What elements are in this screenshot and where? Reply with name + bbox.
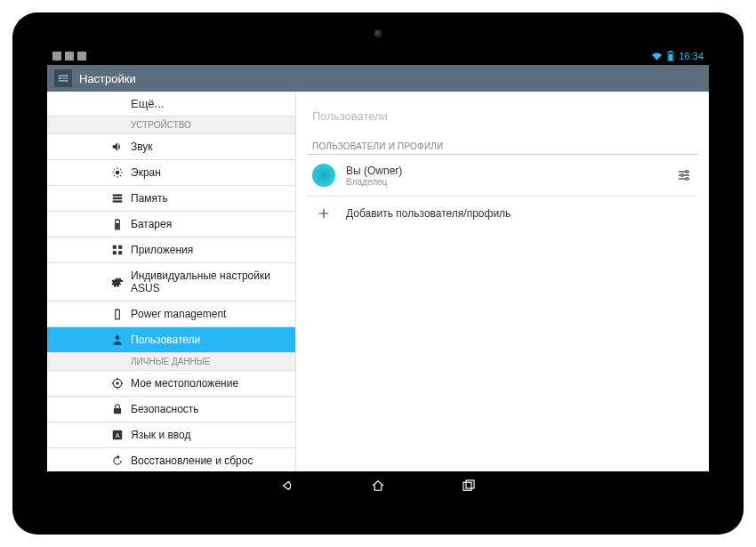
plus-icon: [312, 207, 335, 220]
backup-icon: [111, 454, 124, 467]
lock-icon: [111, 403, 124, 415]
svg-rect-26: [117, 309, 118, 310]
tablet-bezel-outer: 16:34 Настройки Ещё... УСТРОЙСТВО Звук: [12, 12, 744, 535]
svg-rect-22: [118, 245, 122, 249]
svg-point-27: [116, 335, 120, 340]
svg-rect-17: [113, 200, 123, 202]
svg-point-6: [116, 171, 120, 175]
svg-point-39: [686, 178, 688, 181]
notif-icon-2: [65, 52, 74, 60]
gear-icon: [111, 276, 124, 288]
home-button[interactable]: [368, 476, 388, 495]
add-user-button[interactable]: Добавить пользователя/профиль: [307, 197, 698, 230]
sidebar-label: Пользователи: [131, 334, 200, 346]
svg-rect-19: [117, 219, 118, 220]
sidebar-label: Power management: [131, 308, 226, 320]
clock: 16:34: [679, 51, 704, 61]
sidebar-label: Звук: [131, 141, 153, 153]
sidebar-item-asus[interactable]: Индивидуальные настройки ASUS: [47, 263, 295, 302]
page-title: Пользователи: [307, 106, 698, 139]
sidebar-item-lang[interactable]: A Язык и ввод: [47, 422, 295, 448]
svg-line-14: [120, 169, 121, 170]
battery-icon: [111, 218, 124, 230]
settings-app-icon[interactable]: [54, 69, 72, 87]
sidebar-label: Мое местоположение: [131, 377, 238, 390]
svg-line-13: [114, 175, 115, 176]
user-role: Владелец: [346, 177, 664, 187]
svg-point-4: [59, 77, 60, 79]
tablet-bezel-inner: 16:34 Настройки Ещё... УСТРОЙСТВО Звук: [15, 15, 741, 532]
display-icon: [111, 166, 124, 179]
power-icon: [111, 308, 124, 320]
sidebar-item-apps[interactable]: Приложения: [47, 237, 295, 263]
sidebar-label: Память: [131, 192, 168, 205]
sidebar-item-security[interactable]: Безопасность: [47, 397, 295, 422]
sidebar-header-personal: ЛИЧНЫЕ ДАННЫЕ: [47, 353, 295, 371]
sidebar-item-storage[interactable]: Память: [47, 186, 295, 212]
action-bar-title: Настройки: [79, 72, 136, 85]
location-icon: [111, 377, 124, 390]
sidebar-header-device: УСТРОЙСТВО: [47, 117, 295, 134]
status-notifications[interactable]: [52, 52, 86, 60]
svg-rect-41: [466, 480, 474, 488]
svg-text:A: A: [116, 432, 120, 438]
recents-button[interactable]: [459, 476, 479, 495]
action-bar: Настройки: [47, 65, 709, 92]
svg-rect-2: [669, 54, 673, 61]
language-icon: A: [111, 429, 124, 441]
svg-point-38: [681, 174, 684, 177]
svg-line-11: [114, 169, 115, 170]
back-button[interactable]: [277, 476, 297, 495]
svg-point-3: [66, 75, 68, 76]
tablet-frame: 16:34 Настройки Ещё... УСТРОЙСТВО Звук: [0, 0, 756, 547]
svg-rect-20: [116, 223, 119, 229]
storage-icon: [111, 192, 124, 205]
svg-line-12: [120, 175, 121, 176]
sidebar-item-battery[interactable]: Батарея: [47, 212, 295, 237]
notif-icon-3: [77, 52, 86, 60]
sidebar-label: Приложения: [131, 244, 193, 256]
wifi-icon: [651, 52, 663, 61]
sidebar-label: Язык и ввод: [131, 429, 190, 441]
user-text: Вы (Owner) Владелец: [346, 165, 664, 187]
sidebar-item-location[interactable]: Мое местоположение: [47, 371, 295, 397]
sidebar-item-display[interactable]: Экран: [47, 160, 295, 186]
user-icon: [111, 334, 124, 346]
sidebar-label: Безопасность: [131, 403, 199, 415]
svg-point-5: [66, 80, 68, 82]
svg-rect-34: [114, 408, 121, 414]
sliders-icon: [677, 168, 691, 182]
svg-point-37: [686, 171, 688, 173]
svg-rect-40: [463, 482, 471, 490]
user-name: Вы (Owner): [346, 165, 664, 177]
svg-rect-24: [118, 251, 122, 254]
settings-sidebar[interactable]: Ещё... УСТРОЙСТВО Звук Экран Память: [47, 92, 296, 471]
avatar: [312, 164, 335, 187]
status-right: 16:34: [651, 51, 704, 61]
sidebar-label: Батарея: [131, 218, 172, 230]
sidebar-item-backup[interactable]: Восстановление и сброс: [47, 448, 295, 471]
sidebar-more[interactable]: Ещё...: [47, 92, 295, 117]
battery-icon: [667, 51, 674, 61]
nav-bar: [47, 471, 709, 500]
main-pane: Пользователи ПОЛЬЗОВАТЕЛИ И ПРОФИЛИ Вы (…: [296, 92, 709, 471]
add-user-label: Добавить пользователя/профиль: [346, 207, 511, 220]
content: Ещё... УСТРОЙСТВО Звук Экран Память: [47, 92, 709, 471]
svg-rect-23: [113, 251, 117, 254]
screen: 16:34 Настройки Ещё... УСТРОЙСТВО Звук: [47, 47, 709, 500]
user-row-owner[interactable]: Вы (Owner) Владелец: [307, 155, 698, 197]
sidebar-item-sound[interactable]: Звук: [47, 134, 295, 160]
notif-icon-1: [52, 52, 61, 60]
user-settings-button[interactable]: [675, 166, 693, 184]
sidebar-item-power[interactable]: Power management: [47, 302, 295, 327]
svg-rect-15: [113, 194, 123, 196]
sound-icon: [111, 141, 124, 153]
svg-point-28: [116, 382, 119, 385]
users-subheader: ПОЛЬЗОВАТЕЛИ И ПРОФИЛИ: [307, 139, 698, 155]
apps-icon: [111, 244, 124, 256]
svg-rect-21: [113, 245, 117, 249]
sidebar-item-users[interactable]: Пользователи: [47, 327, 295, 353]
sidebar-label: Экран: [131, 166, 161, 179]
svg-rect-25: [116, 310, 120, 319]
status-bar: 16:34: [47, 47, 709, 65]
